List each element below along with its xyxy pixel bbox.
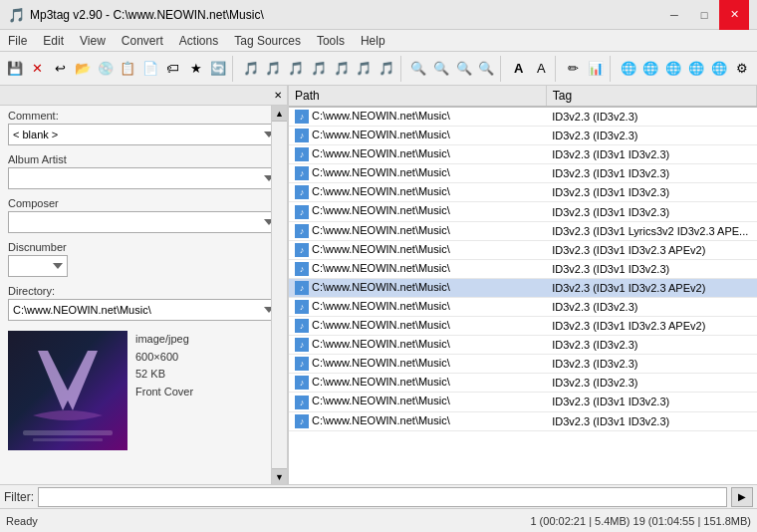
cell-path: ♪C:\www.NEOWIN.net\Music\ bbox=[289, 411, 546, 430]
file-icon: ♪ bbox=[295, 262, 309, 276]
file-icon: ♪ bbox=[295, 281, 309, 295]
tb-edit1[interactable]: 🎵 bbox=[240, 56, 262, 82]
tb-save[interactable]: 💾 bbox=[4, 56, 26, 82]
minimize-button[interactable]: ─ bbox=[659, 0, 689, 30]
table-row[interactable]: ♪C:\www.NEOWIN.net\Music\ID3v2.3 (ID3v1 … bbox=[289, 164, 757, 183]
tb-net4[interactable]: 🌐 bbox=[685, 56, 707, 82]
tb-edit5[interactable]: 🎵 bbox=[331, 56, 353, 82]
panel-close-button[interactable]: ✕ bbox=[269, 87, 287, 105]
cell-path: ♪C:\www.NEOWIN.net\Music\ bbox=[289, 355, 546, 374]
file-table: Path Tag ♪C:\www.NEOWIN.net\Music\ID3v2.… bbox=[289, 86, 757, 484]
tb-action2[interactable]: 📊 bbox=[586, 56, 608, 82]
table-row[interactable]: ♪C:\www.NEOWIN.net\Music\ID3v2.3 (ID3v2.… bbox=[289, 374, 757, 393]
toolbar-separator-3 bbox=[500, 56, 505, 82]
col-tag-header[interactable]: Tag bbox=[546, 86, 756, 107]
tb-edit2[interactable]: 🎵 bbox=[262, 56, 284, 82]
cell-path: ♪C:\www.NEOWIN.net\Music\ bbox=[289, 164, 546, 183]
tb-star[interactable]: ★ bbox=[185, 56, 207, 82]
menu-edit[interactable]: Edit bbox=[35, 30, 72, 51]
filter-run-button[interactable]: ▶ bbox=[731, 487, 753, 507]
table-row[interactable]: ♪C:\www.NEOWIN.net\Music\ID3v2.3 (ID3v1 … bbox=[289, 259, 757, 278]
cell-tag: ID3v2.3 (ID3v2.3) bbox=[546, 336, 756, 355]
menu-actions[interactable]: Actions bbox=[171, 30, 226, 51]
table-row[interactable]: ♪C:\www.NEOWIN.net\Music\ID3v2.3 (ID3v1 … bbox=[289, 317, 757, 336]
table-row[interactable]: ♪C:\www.NEOWIN.net\Music\ID3v2.3 (ID3v1 … bbox=[289, 183, 757, 202]
tb-net1[interactable]: 🌐 bbox=[618, 56, 639, 82]
tb-search3[interactable]: 🔍 bbox=[453, 56, 475, 82]
tb-file[interactable]: 📄 bbox=[139, 56, 161, 82]
cell-path: ♪C:\www.NEOWIN.net\Music\ bbox=[289, 297, 546, 316]
discnumber-select[interactable] bbox=[8, 255, 68, 277]
album-artist-select[interactable] bbox=[8, 167, 279, 189]
tb-clipboard[interactable]: 📋 bbox=[118, 56, 139, 82]
filter-label: Filter: bbox=[4, 490, 34, 504]
file-icon: ♪ bbox=[295, 205, 309, 219]
table-row[interactable]: ♪C:\www.NEOWIN.net\Music\ID3v2.3 (ID3v1 … bbox=[289, 411, 757, 430]
tb-font2[interactable]: A bbox=[531, 56, 553, 82]
tb-open-drive[interactable]: 💿 bbox=[95, 56, 117, 82]
tb-net3[interactable]: 🌐 bbox=[662, 56, 684, 82]
tb-refresh[interactable]: 🔄 bbox=[207, 56, 229, 82]
status-info: 1 (00:02:21 | 5.4MB) 19 (01:04:55 | 151.… bbox=[530, 515, 751, 527]
table-row[interactable]: ♪C:\www.NEOWIN.net\Music\ID3v2.3 (ID3v1 … bbox=[289, 278, 757, 297]
left-panel: ✕ Comment: < blank > Album Artist Compos… bbox=[0, 86, 289, 484]
album-art-area: image/jpeg 600×600 52 KB Front Cover bbox=[0, 325, 287, 456]
table-row[interactable]: ♪C:\www.NEOWIN.net\Music\ID3v2.3 (ID3v2.… bbox=[289, 127, 757, 145]
tb-action1[interactable]: ✏ bbox=[563, 56, 585, 82]
tb-remove[interactable]: ✕ bbox=[27, 56, 49, 82]
cell-tag: ID3v2.3 (ID3v1 ID3v2.3) bbox=[546, 259, 756, 278]
right-panel: Path Tag ♪C:\www.NEOWIN.net\Music\ID3v2.… bbox=[289, 86, 757, 484]
toolbar-separator-5 bbox=[610, 56, 615, 82]
window-title: Mp3tag v2.90 - C:\www.NEOWIN.net\Music\ bbox=[30, 8, 659, 22]
tb-open-folder[interactable]: 📂 bbox=[72, 56, 94, 82]
table-row[interactable]: ♪C:\www.NEOWIN.net\Music\ID3v2.3 (ID3v1 … bbox=[289, 202, 757, 221]
tb-net5[interactable]: 🌐 bbox=[708, 56, 730, 82]
composer-group: Composer bbox=[0, 193, 287, 237]
tb-edit7[interactable]: 🎵 bbox=[376, 56, 397, 82]
menu-file[interactable]: File bbox=[0, 30, 35, 51]
tb-edit3[interactable]: 🎵 bbox=[285, 56, 307, 82]
menu-help[interactable]: Help bbox=[353, 30, 393, 51]
tb-font1[interactable]: A bbox=[508, 56, 530, 82]
table-row[interactable]: ♪C:\www.NEOWIN.net\Music\ID3v2.3 (ID3v2.… bbox=[289, 297, 757, 316]
tb-edit6[interactable]: 🎵 bbox=[353, 56, 375, 82]
cell-tag: ID3v2.3 (ID3v1 Lyrics3v2 ID3v2.3 APE... bbox=[546, 221, 756, 240]
comment-label: Comment: bbox=[8, 110, 279, 122]
menu-convert[interactable]: Convert bbox=[114, 30, 171, 51]
directory-select[interactable]: C:\www.NEOWIN.net\Music\ bbox=[8, 299, 279, 321]
table-row[interactable]: ♪C:\www.NEOWIN.net\Music\ID3v2.3 (ID3v1 … bbox=[289, 221, 757, 240]
file-icon: ♪ bbox=[295, 185, 309, 199]
table-row[interactable]: ♪C:\www.NEOWIN.net\Music\ID3v2.3 (ID3v1 … bbox=[289, 240, 757, 259]
file-icon: ♪ bbox=[295, 300, 309, 314]
album-art-image bbox=[8, 331, 127, 450]
col-path-header[interactable]: Path bbox=[289, 86, 546, 107]
tb-search4[interactable]: 🔍 bbox=[476, 56, 498, 82]
main-area: ✕ Comment: < blank > Album Artist Compos… bbox=[0, 86, 757, 484]
menu-tag-sources[interactable]: Tag Sources bbox=[226, 30, 309, 51]
file-icon: ♪ bbox=[295, 338, 309, 352]
maximize-button[interactable]: □ bbox=[689, 0, 719, 30]
tb-settings[interactable]: ⚙ bbox=[731, 56, 753, 82]
tb-search2[interactable]: 🔍 bbox=[430, 56, 452, 82]
tb-net2[interactable]: 🌐 bbox=[640, 56, 662, 82]
menu-tools[interactable]: Tools bbox=[309, 30, 353, 51]
art-dimensions: 600×600 bbox=[135, 349, 193, 367]
tb-search1[interactable]: 🔍 bbox=[407, 56, 429, 82]
tb-edit4[interactable]: 🎵 bbox=[308, 56, 330, 82]
close-button[interactable]: ✕ bbox=[719, 0, 749, 30]
tb-tag[interactable]: 🏷 bbox=[162, 56, 184, 82]
filter-input[interactable] bbox=[38, 487, 727, 507]
table-row[interactable]: ♪C:\www.NEOWIN.net\Music\ID3v2.3 (ID3v2.… bbox=[289, 107, 757, 127]
svg-rect-1 bbox=[23, 430, 113, 435]
menu-view[interactable]: View bbox=[72, 30, 114, 51]
table-row[interactable]: ♪C:\www.NEOWIN.net\Music\ID3v2.3 (ID3v1 … bbox=[289, 145, 757, 164]
table-row[interactable]: ♪C:\www.NEOWIN.net\Music\ID3v2.3 (ID3v2.… bbox=[289, 355, 757, 374]
left-scrollbar[interactable]: ▲ ▼ bbox=[271, 106, 287, 484]
cell-tag: ID3v2.3 (ID3v1 ID3v2.3) bbox=[546, 393, 756, 411]
cell-path: ♪C:\www.NEOWIN.net\Music\ bbox=[289, 127, 546, 145]
table-row[interactable]: ♪C:\www.NEOWIN.net\Music\ID3v2.3 (ID3v2.… bbox=[289, 336, 757, 355]
composer-select[interactable] bbox=[8, 211, 279, 233]
table-row[interactable]: ♪C:\www.NEOWIN.net\Music\ID3v2.3 (ID3v1 … bbox=[289, 393, 757, 411]
comment-select[interactable]: < blank > bbox=[8, 124, 279, 145]
tb-undo[interactable]: ↩ bbox=[49, 56, 71, 82]
